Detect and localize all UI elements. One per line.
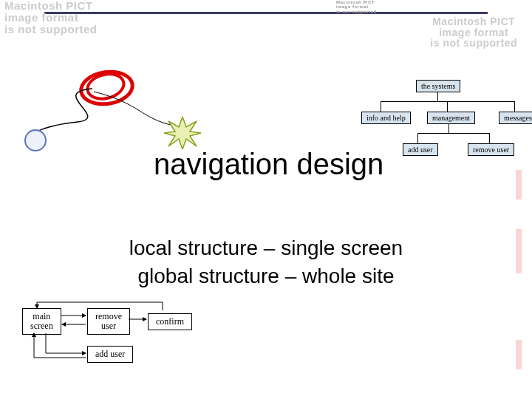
hier-connector (417, 133, 490, 134)
hier-connector (381, 101, 381, 112)
hier-connector (447, 101, 448, 112)
hier-connector (381, 101, 515, 102)
unsupported-pict-top-mid: Macintosh PICT image format is not suppo… (336, 0, 377, 14)
hier-connector (417, 133, 418, 143)
unsupported-pict-top-right: Macintosh PICT image format is not suppo… (430, 16, 517, 49)
hier-root: the systems (416, 80, 460, 92)
hier-connector (489, 133, 490, 143)
flow-arrows (15, 299, 207, 373)
unsupported-pict-top-left: Macintosh PICT image format is not suppo… (4, 0, 98, 35)
page-title: navigation design (154, 148, 383, 181)
hier-add-user: add user (403, 143, 438, 156)
subtitle-local: local structure – single screen (0, 236, 532, 260)
hier-remove-user: remove user (468, 143, 514, 156)
red-accent (516, 340, 522, 369)
hier-connector (514, 101, 515, 112)
subtitle-global: global structure – whole site (0, 265, 532, 288)
hier-connector (437, 92, 438, 101)
hier-info-help: info and help (361, 112, 411, 124)
red-accent (516, 170, 522, 200)
hier-connector (449, 124, 449, 133)
hier-management: management (427, 112, 475, 124)
svg-marker-0 (164, 117, 201, 149)
blue-circle (24, 129, 47, 151)
starburst-icon (164, 117, 201, 149)
red-accent (516, 229, 522, 273)
top-divider (44, 12, 488, 14)
hier-messages: messages (499, 112, 532, 124)
